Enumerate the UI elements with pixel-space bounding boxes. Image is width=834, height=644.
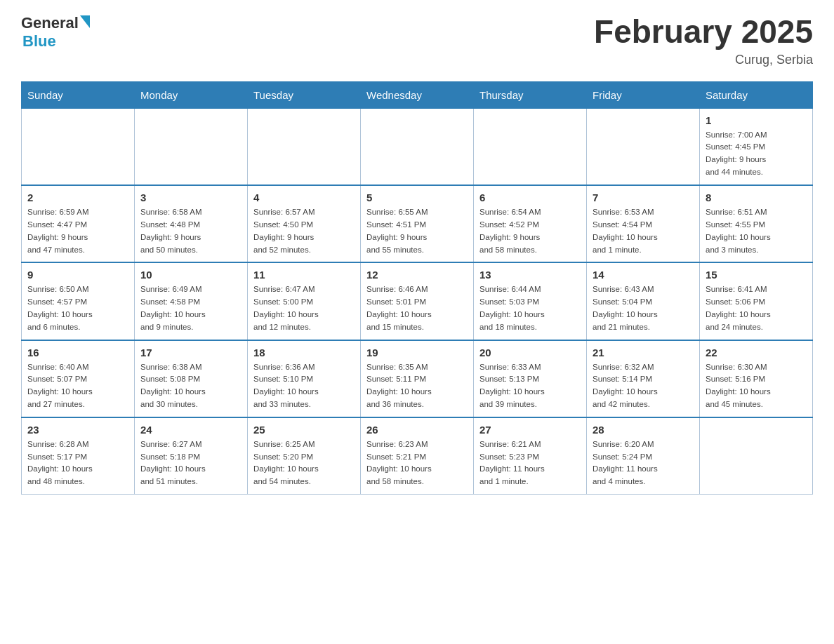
calendar-cell-w0-d4: [474, 108, 587, 185]
day-number: 26: [366, 424, 468, 436]
calendar-header-row: Sunday Monday Tuesday Wednesday Thursday…: [22, 81, 813, 108]
day-number: 19: [366, 347, 468, 358]
day-number: 28: [593, 424, 694, 436]
day-info: Sunrise: 6:51 AM Sunset: 4:55 PM Dayligh…: [706, 206, 807, 256]
day-number: 25: [253, 424, 355, 436]
day-number: 10: [140, 269, 241, 281]
day-number: 12: [366, 269, 468, 281]
calendar-week-row-2: 9Sunrise: 6:50 AM Sunset: 4:57 PM Daylig…: [22, 262, 813, 340]
day-number: 4: [253, 192, 355, 203]
day-info: Sunrise: 6:38 AM Sunset: 5:08 PM Dayligh…: [140, 361, 241, 411]
col-thursday: Thursday: [474, 81, 587, 108]
title-section: February 2025 Curug, Serbia: [594, 14, 813, 67]
calendar-cell-w3-d1: 17Sunrise: 6:38 AM Sunset: 5:08 PM Dayli…: [135, 340, 248, 417]
calendar-table: Sunday Monday Tuesday Wednesday Thursday…: [21, 81, 813, 495]
calendar-cell-w2-d5: 14Sunrise: 6:43 AM Sunset: 5:04 PM Dayli…: [587, 262, 700, 340]
calendar-cell-w4-d4: 27Sunrise: 6:21 AM Sunset: 5:23 PM Dayli…: [474, 417, 587, 495]
logo: General Blue: [21, 14, 90, 51]
col-tuesday: Tuesday: [248, 81, 361, 108]
calendar-week-row-3: 16Sunrise: 6:40 AM Sunset: 5:07 PM Dayli…: [22, 340, 813, 417]
calendar-cell-w0-d2: [248, 108, 361, 185]
calendar-cell-w1-d1: 3Sunrise: 6:58 AM Sunset: 4:48 PM Daylig…: [135, 185, 248, 262]
day-info: Sunrise: 6:44 AM Sunset: 5:03 PM Dayligh…: [479, 283, 581, 333]
day-number: 21: [593, 347, 694, 358]
calendar-cell-w0-d6: 1Sunrise: 7:00 AM Sunset: 4:45 PM Daylig…: [700, 108, 813, 185]
day-number: 17: [140, 347, 241, 358]
logo-triangle-icon: [80, 15, 90, 28]
calendar-cell-w1-d4: 6Sunrise: 6:54 AM Sunset: 4:52 PM Daylig…: [474, 185, 587, 262]
calendar-cell-w4-d2: 25Sunrise: 6:25 AM Sunset: 5:20 PM Dayli…: [248, 417, 361, 495]
day-info: Sunrise: 6:21 AM Sunset: 5:23 PM Dayligh…: [479, 438, 581, 488]
day-info: Sunrise: 6:30 AM Sunset: 5:16 PM Dayligh…: [706, 361, 807, 411]
day-number: 11: [253, 269, 355, 281]
calendar-cell-w2-d3: 12Sunrise: 6:46 AM Sunset: 5:01 PM Dayli…: [361, 262, 474, 340]
day-number: 20: [479, 347, 581, 358]
day-info: Sunrise: 6:40 AM Sunset: 5:07 PM Dayligh…: [27, 361, 128, 411]
logo-wrapper: General Blue: [21, 14, 90, 51]
day-info: Sunrise: 6:54 AM Sunset: 4:52 PM Dayligh…: [479, 206, 581, 256]
calendar-cell-w4-d6: [700, 417, 813, 495]
calendar-cell-w2-d0: 9Sunrise: 6:50 AM Sunset: 4:57 PM Daylig…: [22, 262, 135, 340]
col-friday: Friday: [587, 81, 700, 108]
day-info: Sunrise: 6:55 AM Sunset: 4:51 PM Dayligh…: [366, 206, 468, 256]
calendar-cell-w1-d6: 8Sunrise: 6:51 AM Sunset: 4:55 PM Daylig…: [700, 185, 813, 262]
calendar-week-row-1: 2Sunrise: 6:59 AM Sunset: 4:47 PM Daylig…: [22, 185, 813, 262]
day-info: Sunrise: 6:33 AM Sunset: 5:13 PM Dayligh…: [479, 361, 581, 411]
logo-blue-text: Blue: [21, 32, 90, 51]
day-number: 22: [706, 347, 807, 358]
day-number: 3: [140, 192, 241, 203]
month-title: February 2025: [594, 14, 813, 50]
calendar-cell-w3-d4: 20Sunrise: 6:33 AM Sunset: 5:13 PM Dayli…: [474, 340, 587, 417]
col-wednesday: Wednesday: [361, 81, 474, 108]
day-number: 24: [140, 424, 241, 436]
day-number: 1: [706, 114, 807, 126]
calendar-cell-w1-d0: 2Sunrise: 6:59 AM Sunset: 4:47 PM Daylig…: [22, 185, 135, 262]
calendar-cell-w2-d6: 15Sunrise: 6:41 AM Sunset: 5:06 PM Dayli…: [700, 262, 813, 340]
day-number: 18: [253, 347, 355, 358]
day-number: 27: [479, 424, 581, 436]
day-number: 6: [479, 192, 581, 203]
calendar-cell-w2-d4: 13Sunrise: 6:44 AM Sunset: 5:03 PM Dayli…: [474, 262, 587, 340]
day-info: Sunrise: 7:00 AM Sunset: 4:45 PM Dayligh…: [706, 129, 807, 179]
day-number: 16: [27, 347, 128, 358]
calendar-cell-w0-d5: [587, 108, 700, 185]
day-info: Sunrise: 6:20 AM Sunset: 5:24 PM Dayligh…: [593, 438, 694, 488]
day-info: Sunrise: 6:32 AM Sunset: 5:14 PM Dayligh…: [593, 361, 694, 411]
day-info: Sunrise: 6:59 AM Sunset: 4:47 PM Dayligh…: [27, 206, 128, 256]
day-info: Sunrise: 6:50 AM Sunset: 4:57 PM Dayligh…: [27, 283, 128, 333]
calendar-cell-w3-d3: 19Sunrise: 6:35 AM Sunset: 5:11 PM Dayli…: [361, 340, 474, 417]
col-sunday: Sunday: [22, 81, 135, 108]
calendar-cell-w4-d0: 23Sunrise: 6:28 AM Sunset: 5:17 PM Dayli…: [22, 417, 135, 495]
day-info: Sunrise: 6:58 AM Sunset: 4:48 PM Dayligh…: [140, 206, 241, 256]
calendar-cell-w4-d5: 28Sunrise: 6:20 AM Sunset: 5:24 PM Dayli…: [587, 417, 700, 495]
calendar-cell-w1-d5: 7Sunrise: 6:53 AM Sunset: 4:54 PM Daylig…: [587, 185, 700, 262]
calendar-cell-w0-d3: [361, 108, 474, 185]
day-info: Sunrise: 6:27 AM Sunset: 5:18 PM Dayligh…: [140, 438, 241, 488]
calendar-cell-w2-d2: 11Sunrise: 6:47 AM Sunset: 5:00 PM Dayli…: [248, 262, 361, 340]
day-number: 5: [366, 192, 468, 203]
col-saturday: Saturday: [700, 81, 813, 108]
day-info: Sunrise: 6:41 AM Sunset: 5:06 PM Dayligh…: [706, 283, 807, 333]
calendar-cell-w4-d3: 26Sunrise: 6:23 AM Sunset: 5:21 PM Dayli…: [361, 417, 474, 495]
logo-line1: General: [21, 14, 90, 32]
logo-general-text: General: [21, 14, 79, 32]
day-info: Sunrise: 6:49 AM Sunset: 4:58 PM Dayligh…: [140, 283, 241, 333]
day-number: 7: [593, 192, 694, 203]
day-info: Sunrise: 6:46 AM Sunset: 5:01 PM Dayligh…: [366, 283, 468, 333]
day-number: 14: [593, 269, 694, 281]
day-number: 15: [706, 269, 807, 281]
day-number: 9: [27, 269, 128, 281]
location-text: Curug, Serbia: [594, 53, 813, 67]
day-number: 13: [479, 269, 581, 281]
calendar-cell-w0-d0: [22, 108, 135, 185]
calendar-week-row-0: 1Sunrise: 7:00 AM Sunset: 4:45 PM Daylig…: [22, 108, 813, 185]
day-info: Sunrise: 6:25 AM Sunset: 5:20 PM Dayligh…: [253, 438, 355, 488]
day-info: Sunrise: 6:57 AM Sunset: 4:50 PM Dayligh…: [253, 206, 355, 256]
day-info: Sunrise: 6:53 AM Sunset: 4:54 PM Dayligh…: [593, 206, 694, 256]
day-number: 8: [706, 192, 807, 203]
calendar-cell-w1-d2: 4Sunrise: 6:57 AM Sunset: 4:50 PM Daylig…: [248, 185, 361, 262]
calendar-cell-w3-d0: 16Sunrise: 6:40 AM Sunset: 5:07 PM Dayli…: [22, 340, 135, 417]
calendar-cell-w3-d2: 18Sunrise: 6:36 AM Sunset: 5:10 PM Dayli…: [248, 340, 361, 417]
day-info: Sunrise: 6:36 AM Sunset: 5:10 PM Dayligh…: [253, 361, 355, 411]
day-number: 2: [27, 192, 128, 203]
